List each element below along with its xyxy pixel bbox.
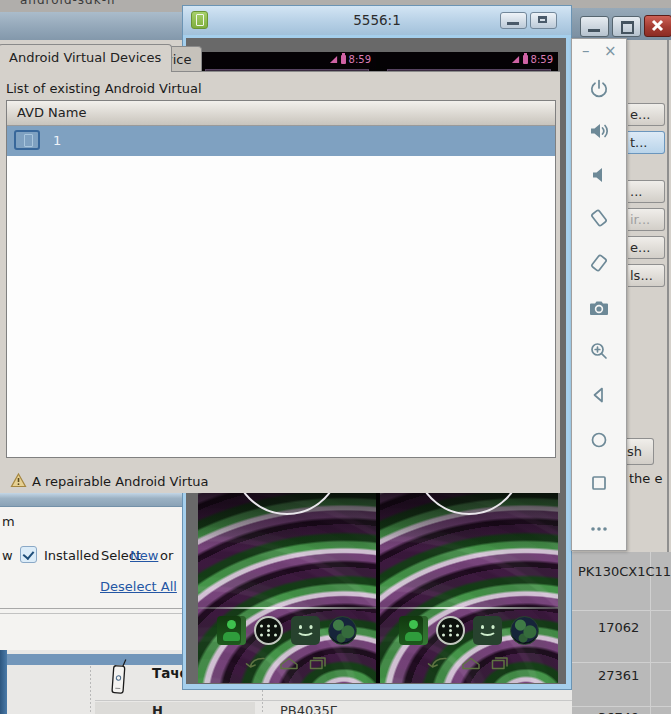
back-button[interactable] [429, 658, 447, 667]
details-button-fragment[interactable]: ls... [628, 264, 665, 287]
recents-button[interactable] [493, 658, 508, 669]
recents-button[interactable] [311, 658, 326, 669]
minimize-icon [588, 29, 600, 32]
avd-table-header[interactable]: AVD Name [7, 101, 555, 126]
show-label-fragment: w [2, 548, 13, 563]
home-button[interactable] [587, 428, 611, 452]
tab-android-virtual-devices[interactable]: Android Virtual Devices [0, 44, 172, 72]
error-text-fragment: the e [629, 471, 665, 486]
status-time: 8:59 [349, 54, 371, 65]
home-button[interactable] [281, 659, 297, 669]
back-button[interactable] [247, 658, 265, 667]
status-time: 8:59 [531, 54, 553, 65]
avd-list-label: List of existing Android Virtual [6, 81, 202, 96]
wallpaper-streak [380, 607, 558, 609]
right-table-window: PK130CX1C11 17062 27361 36749 [572, 552, 671, 714]
table-cell: 27361 [598, 668, 639, 683]
contacts-app-icon[interactable] [399, 616, 428, 645]
dock [380, 616, 558, 645]
status-bar: 8:59 [380, 52, 558, 66]
app-drawer-icon[interactable] [254, 616, 283, 645]
close-icon [651, 19, 664, 32]
minimize-icon [507, 22, 519, 25]
volume-down-icon [587, 163, 611, 187]
volume-up-icon [587, 119, 611, 143]
table-cell [95, 702, 255, 714]
avd-name-column-header: AVD Name [17, 105, 86, 120]
delete-button-fragment[interactable]: e... [628, 236, 665, 259]
desktop: android-sdk-li e... t... ... ir... e... … [0, 0, 671, 714]
repair-button-fragment[interactable]: ir... [628, 208, 665, 231]
maximize-icon [621, 21, 634, 34]
window-left-edge [0, 650, 7, 714]
toolbar-minimize-button[interactable]: – [582, 42, 590, 60]
power-icon [587, 77, 611, 101]
rotate-right-button[interactable] [587, 251, 611, 275]
edit-button-fragment[interactable]: ... [628, 180, 665, 203]
row-divider [572, 662, 671, 663]
volume-up-button[interactable] [587, 119, 611, 143]
screenshot-button[interactable] [587, 296, 611, 320]
power-button[interactable] [587, 77, 611, 101]
column-divider [90, 666, 91, 714]
messaging-app-icon[interactable] [473, 616, 502, 645]
overview-icon [587, 471, 611, 495]
signal-icon [329, 55, 338, 64]
table-cell: PK130CX1C11 [578, 564, 671, 579]
avd-table: AVD Name 1 [6, 100, 556, 458]
nav-bar [198, 654, 376, 672]
minimize-button[interactable] [580, 16, 609, 37]
table-value-clipped: РВ4035Г [280, 703, 338, 714]
camera-icon [587, 296, 611, 320]
dock [198, 616, 376, 645]
zoom-button[interactable] [587, 339, 611, 363]
emulator-titlebar[interactable]: 5556:1 [183, 6, 571, 35]
avd-manager-window: Android Virtual Devices Device List of e… [0, 12, 560, 492]
phone-icon [108, 657, 130, 699]
more-icon [587, 517, 611, 541]
avd-tab-panel: List of existing Android Virtual AVD Nam… [0, 71, 560, 493]
installed-label: Installed [44, 548, 99, 563]
maximize-icon [538, 16, 547, 23]
status-bar: 8:59 [198, 52, 376, 66]
select-new-link[interactable]: New [130, 548, 158, 563]
device-icon [14, 130, 40, 150]
browser-app-icon[interactable] [510, 616, 539, 645]
maximize-button[interactable] [530, 12, 557, 29]
rotate-left-icon [587, 206, 611, 230]
avd-table-row[interactable]: 1 [7, 126, 555, 156]
zoom-icon [587, 339, 611, 363]
overview-button[interactable] [587, 471, 611, 495]
rotate-left-button[interactable] [587, 206, 611, 230]
minimize-button[interactable] [500, 12, 527, 29]
volume-down-button[interactable] [587, 163, 611, 187]
back-button[interactable] [587, 383, 611, 407]
maximize-button[interactable] [612, 16, 641, 37]
app-drawer-icon[interactable] [436, 616, 465, 645]
toolbar-close-button[interactable]: × [604, 42, 617, 60]
battery-icon [341, 55, 346, 64]
clipped-title-text: android-sdk-li [20, 0, 116, 7]
more-button[interactable] [587, 517, 611, 541]
signal-icon [511, 55, 520, 64]
close-button[interactable] [644, 15, 671, 37]
nav-bar [380, 654, 558, 672]
refresh-button-fragment[interactable]: sh [627, 438, 654, 465]
deselect-all-link[interactable]: Deselect All [100, 579, 177, 594]
table-cell: 36749 [598, 710, 639, 714]
window-border [667, 40, 669, 552]
table-cell: 17062 [598, 620, 639, 635]
messaging-app-icon[interactable] [291, 616, 320, 645]
start-button-fragment[interactable]: t... [628, 131, 665, 154]
installed-checkbox[interactable] [20, 546, 37, 563]
browser-app-icon[interactable] [328, 616, 357, 645]
row-divider [572, 610, 671, 611]
home-icon [587, 428, 611, 452]
or-label: or [160, 548, 173, 563]
avd-name-cell: 1 [53, 133, 61, 148]
create-button-fragment[interactable]: e... [628, 103, 665, 126]
contacts-app-icon[interactable] [217, 616, 246, 645]
home-button[interactable] [463, 659, 479, 669]
sdk-text-fragment: m [2, 514, 15, 529]
legend-text: A repairable Android Virtua [32, 474, 208, 489]
